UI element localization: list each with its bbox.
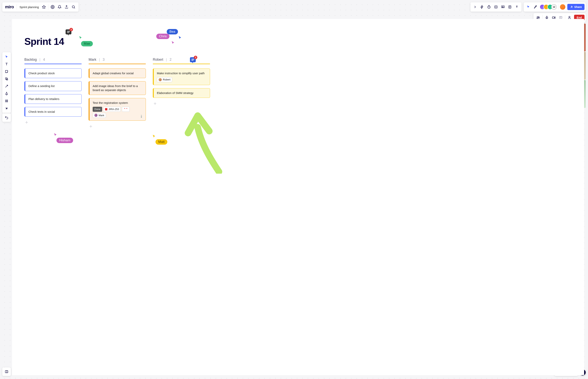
card-text: Check texts in social	[29, 110, 55, 113]
column-count: 2	[170, 58, 172, 62]
priority-icon: ⌃⌃	[124, 108, 128, 111]
export-icon[interactable]	[63, 3, 70, 10]
participant-avatars[interactable]: 12	[539, 4, 557, 10]
jira-chip[interactable]: JIRA-253	[103, 107, 121, 112]
add-card-button[interactable]: +	[89, 124, 146, 129]
card-text: Check product stock	[29, 72, 55, 75]
kanban-card[interactable]: Check texts in social	[24, 107, 82, 117]
comment-thread-icon[interactable]: 2	[190, 57, 196, 62]
tool-rail: »	[2, 52, 11, 113]
cursor-label-mae: Mae	[81, 41, 93, 47]
svg-point-0	[52, 7, 53, 8]
column-title: Robert	[153, 58, 163, 62]
kanban-card[interactable]: Make instruction to simplify user path R…	[153, 68, 210, 85]
more-apps-icon[interactable]	[513, 3, 520, 10]
settings-icon[interactable]	[49, 3, 56, 10]
chevron-right-icon[interactable]	[472, 3, 478, 10]
svg-point-13	[569, 16, 570, 18]
participant-count: 12	[551, 4, 557, 10]
chip-label: Robert	[163, 78, 170, 81]
frame-tool-icon[interactable]	[3, 97, 10, 104]
column-mark: Mark | 3 Adapt global creatives for soci…	[89, 58, 146, 129]
apps-group	[470, 2, 522, 12]
card-text: Make instruction to simplify user path	[157, 72, 205, 75]
column-rule	[89, 63, 146, 64]
user-avatar[interactable]	[559, 3, 566, 10]
cursor-label-matt: Matt	[156, 139, 167, 145]
board-name[interactable]: Sprint planning	[18, 5, 40, 9]
text-tool-icon[interactable]	[3, 61, 10, 68]
kanban-card[interactable]: Elaboration of SMM strategy	[153, 88, 210, 98]
kanban-card[interactable]: Add image ideas from the brief to a boar…	[89, 81, 146, 95]
collab-group: 12 Share	[524, 2, 586, 12]
sticky-tool-icon[interactable]	[3, 68, 10, 75]
present-icon[interactable]	[499, 3, 506, 10]
remote-cursor-hisham	[53, 133, 58, 138]
column-sep: |	[99, 58, 100, 62]
status-chip[interactable]: Done	[93, 107, 102, 112]
search-icon[interactable]	[70, 3, 77, 10]
svg-rect-14	[5, 78, 7, 79]
add-card-button[interactable]: +	[24, 120, 82, 125]
reactions-icon[interactable]	[532, 3, 539, 10]
kanban-card[interactable]: Adapt global creatives for social	[89, 68, 146, 78]
comment-thread-icon[interactable]: 3	[65, 29, 71, 34]
more-tools-icon[interactable]: »	[3, 105, 10, 112]
select-tool-icon[interactable]	[3, 53, 10, 60]
pen-tool-icon[interactable]	[3, 90, 10, 97]
column-title: Mark	[89, 58, 96, 62]
notes-icon[interactable]	[506, 3, 513, 10]
kanban-card[interactable]: Plan delivery to retailers	[24, 94, 82, 104]
column-rule	[153, 63, 210, 64]
card-text: Add image ideas from the brief to a boar…	[93, 84, 138, 92]
board-canvas[interactable]: Sprint 14 3 Backlog | 4 Check product st…	[12, 19, 584, 375]
shape-tool-icon[interactable]	[3, 75, 10, 82]
voting-icon[interactable]	[493, 3, 499, 10]
card-text: Elaboration of SMM strategy	[157, 91, 193, 95]
chip-label: JIRA-253	[109, 108, 119, 111]
card-text: Define a seeding list	[29, 84, 55, 88]
jira-link-icon[interactable]	[140, 114, 143, 118]
panels-icon[interactable]	[3, 368, 10, 375]
bell-icon[interactable]	[56, 3, 63, 10]
card-text: Plan delivery to retailers	[29, 97, 59, 101]
assignee-chip[interactable]: Robert	[157, 77, 172, 82]
kanban-card[interactable]: Test the registration system Done JIRA-2…	[89, 98, 146, 121]
board-title: Sprint 14	[24, 36, 64, 47]
kanban-card[interactable]: Define a seeding list	[24, 81, 82, 91]
miro-logo[interactable]: miro	[4, 4, 16, 9]
column-robert: Robert | 2 Make instruction to simplify …	[153, 58, 210, 129]
column-sep: |	[166, 58, 167, 62]
column-count: 3	[103, 58, 105, 62]
star-icon[interactable]	[40, 3, 48, 10]
column-header[interactable]: Robert | 2	[153, 58, 210, 63]
svg-point-7	[537, 18, 537, 18]
svg-rect-11	[552, 17, 554, 18]
svg-rect-10	[546, 16, 547, 18]
undo-box	[2, 113, 11, 122]
remote-cursor-mae	[79, 36, 83, 41]
column-rule	[24, 63, 82, 64]
arrow-tool-icon[interactable]	[3, 83, 10, 90]
share-button[interactable]: Share	[567, 4, 585, 10]
undo-icon[interactable]	[3, 114, 10, 121]
panel-toggle[interactable]	[2, 367, 11, 376]
kanban-card[interactable]: Check product stock	[24, 68, 82, 78]
svg-point-8	[538, 17, 538, 17]
jira-icon	[105, 108, 107, 111]
svg-point-9	[539, 17, 539, 18]
timer-icon[interactable]	[485, 3, 493, 10]
remote-cursor-chris	[171, 41, 175, 46]
column-header[interactable]: Mark | 3	[89, 58, 146, 63]
cursor-label-hisham: Hisham	[56, 138, 73, 143]
column-header[interactable]: Backlog | 4	[24, 58, 82, 63]
add-card-button[interactable]: +	[153, 101, 210, 106]
priority-chip[interactable]: ⌃⌃	[122, 107, 130, 112]
comment-count: 3	[69, 28, 73, 31]
topbar-left: miro Sprint planning	[2, 2, 79, 12]
assignee-chip[interactable]: Mark	[93, 113, 106, 118]
card-text: Test the registration system	[93, 101, 128, 104]
bolt-icon[interactable]	[478, 3, 485, 10]
cursor-follow-icon[interactable]	[525, 3, 532, 10]
remote-cursor-matt	[152, 134, 156, 139]
